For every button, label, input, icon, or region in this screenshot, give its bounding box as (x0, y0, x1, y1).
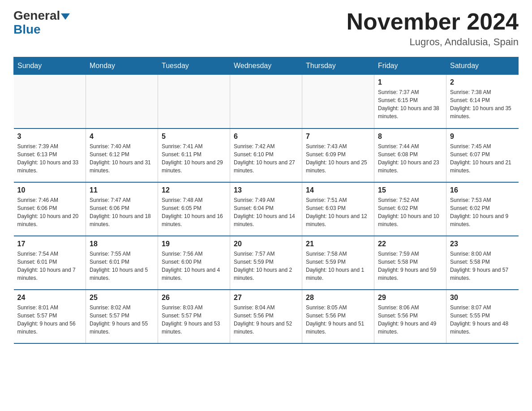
calendar-cell: 2Sunrise: 7:38 AMSunset: 6:14 PMDaylight… (446, 75, 519, 128)
day-number: 4 (90, 133, 154, 141)
day-info: Sunrise: 7:51 AMSunset: 6:03 PMDaylight:… (306, 196, 370, 228)
title-block: November 2024 Lugros, Andalusia, Spain (347, 9, 519, 48)
day-info: Sunrise: 8:07 AMSunset: 5:55 PMDaylight:… (450, 304, 515, 336)
day-info: Sunrise: 8:06 AMSunset: 5:56 PMDaylight:… (378, 304, 442, 336)
day-number: 13 (234, 186, 298, 194)
calendar-table: SundayMondayTuesdayWednesdayThursdayFrid… (13, 57, 519, 344)
calendar-cell: 28Sunrise: 8:05 AMSunset: 5:56 PMDayligh… (302, 290, 374, 343)
weekday-header-thursday: Thursday (302, 57, 374, 75)
calendar-cell: 24Sunrise: 8:01 AMSunset: 5:57 PMDayligh… (14, 290, 86, 343)
day-number: 28 (306, 294, 370, 302)
day-info: Sunrise: 8:02 AMSunset: 5:57 PMDaylight:… (90, 304, 154, 336)
day-info: Sunrise: 7:40 AMSunset: 6:12 PMDaylight:… (90, 142, 154, 175)
calendar-cell: 21Sunrise: 7:58 AMSunset: 5:59 PMDayligh… (302, 236, 374, 290)
day-number: 20 (234, 240, 298, 248)
location-title: Lugros, Andalusia, Spain (347, 36, 519, 48)
day-info: Sunrise: 7:53 AMSunset: 6:02 PMDaylight:… (450, 196, 515, 228)
day-info: Sunrise: 7:59 AMSunset: 5:58 PMDaylight:… (378, 250, 442, 282)
day-number: 5 (162, 133, 226, 141)
calendar-cell: 13Sunrise: 7:49 AMSunset: 6:04 PMDayligh… (230, 182, 302, 236)
day-number: 17 (17, 240, 82, 248)
day-info: Sunrise: 8:04 AMSunset: 5:56 PMDaylight:… (234, 304, 298, 336)
day-number: 8 (378, 133, 442, 141)
day-number: 29 (378, 294, 442, 302)
calendar-cell: 25Sunrise: 8:02 AMSunset: 5:57 PMDayligh… (86, 290, 158, 343)
day-info: Sunrise: 7:49 AMSunset: 6:04 PMDaylight:… (234, 196, 298, 228)
calendar-cell: 8Sunrise: 7:44 AMSunset: 6:08 PMDaylight… (374, 128, 446, 182)
day-info: Sunrise: 7:47 AMSunset: 6:06 PMDaylight:… (90, 196, 154, 228)
day-number: 16 (450, 186, 515, 194)
calendar-cell: 7Sunrise: 7:43 AMSunset: 6:09 PMDaylight… (302, 128, 374, 182)
day-number: 21 (306, 240, 370, 248)
calendar-cell: 26Sunrise: 8:03 AMSunset: 5:57 PMDayligh… (158, 290, 230, 343)
day-number: 23 (450, 240, 515, 248)
week-row-2: 10Sunrise: 7:46 AMSunset: 6:06 PMDayligh… (14, 182, 519, 236)
calendar-cell (86, 75, 158, 128)
calendar-cell (230, 75, 302, 128)
logo-triangle-icon (61, 13, 70, 20)
weekday-header-saturday: Saturday (446, 57, 519, 75)
day-info: Sunrise: 7:38 AMSunset: 6:14 PMDaylight:… (450, 88, 515, 120)
calendar-cell (14, 75, 86, 128)
calendar-cell: 16Sunrise: 7:53 AMSunset: 6:02 PMDayligh… (446, 182, 519, 236)
day-number: 7 (306, 133, 370, 141)
week-row-4: 24Sunrise: 8:01 AMSunset: 5:57 PMDayligh… (14, 290, 519, 343)
day-info: Sunrise: 7:41 AMSunset: 6:11 PMDaylight:… (162, 142, 226, 175)
day-info: Sunrise: 8:03 AMSunset: 5:57 PMDaylight:… (162, 304, 226, 336)
calendar-cell: 29Sunrise: 8:06 AMSunset: 5:56 PMDayligh… (374, 290, 446, 343)
calendar-cell: 14Sunrise: 7:51 AMSunset: 6:03 PMDayligh… (302, 182, 374, 236)
calendar-cell: 12Sunrise: 7:48 AMSunset: 6:05 PMDayligh… (158, 182, 230, 236)
day-number: 14 (306, 186, 370, 194)
calendar-cell: 18Sunrise: 7:55 AMSunset: 6:01 PMDayligh… (86, 236, 158, 290)
logo-general-text: General (13, 9, 60, 22)
day-number: 19 (162, 240, 226, 248)
week-row-0: 1Sunrise: 7:37 AMSunset: 6:15 PMDaylight… (14, 75, 519, 128)
calendar-cell: 15Sunrise: 7:52 AMSunset: 6:02 PMDayligh… (374, 182, 446, 236)
calendar-cell: 20Sunrise: 7:57 AMSunset: 5:59 PMDayligh… (230, 236, 302, 290)
week-row-3: 17Sunrise: 7:54 AMSunset: 6:01 PMDayligh… (14, 236, 519, 290)
weekday-header-sunday: Sunday (14, 57, 86, 75)
day-number: 10 (17, 186, 82, 194)
calendar-cell: 27Sunrise: 8:04 AMSunset: 5:56 PMDayligh… (230, 290, 302, 343)
day-info: Sunrise: 7:42 AMSunset: 6:10 PMDaylight:… (234, 142, 298, 175)
weekday-header-tuesday: Tuesday (158, 57, 230, 75)
day-info: Sunrise: 7:56 AMSunset: 6:00 PMDaylight:… (162, 250, 226, 282)
calendar-cell: 4Sunrise: 7:40 AMSunset: 6:12 PMDaylight… (86, 128, 158, 182)
week-row-1: 3Sunrise: 7:39 AMSunset: 6:13 PMDaylight… (14, 128, 519, 182)
calendar-cell: 5Sunrise: 7:41 AMSunset: 6:11 PMDaylight… (158, 128, 230, 182)
calendar-cell (158, 75, 230, 128)
day-number: 18 (90, 240, 154, 248)
weekday-header-row: SundayMondayTuesdayWednesdayThursdayFrid… (14, 57, 519, 75)
day-number: 15 (378, 186, 442, 194)
day-number: 1 (378, 78, 442, 86)
calendar-cell: 11Sunrise: 7:47 AMSunset: 6:06 PMDayligh… (86, 182, 158, 236)
day-number: 2 (450, 78, 515, 86)
day-info: Sunrise: 7:48 AMSunset: 6:05 PMDaylight:… (162, 196, 226, 228)
calendar-cell: 19Sunrise: 7:56 AMSunset: 6:00 PMDayligh… (158, 236, 230, 290)
day-info: Sunrise: 7:39 AMSunset: 6:13 PMDaylight:… (17, 142, 82, 175)
day-info: Sunrise: 7:45 AMSunset: 6:07 PMDaylight:… (450, 142, 515, 175)
calendar-cell: 1Sunrise: 7:37 AMSunset: 6:15 PMDaylight… (374, 75, 446, 128)
day-info: Sunrise: 7:57 AMSunset: 5:59 PMDaylight:… (234, 250, 298, 282)
calendar-cell: 17Sunrise: 7:54 AMSunset: 6:01 PMDayligh… (14, 236, 86, 290)
logo: General Blue (13, 9, 70, 37)
day-number: 12 (162, 186, 226, 194)
month-title: November 2024 (347, 9, 519, 34)
day-info: Sunrise: 7:54 AMSunset: 6:01 PMDaylight:… (17, 250, 82, 282)
calendar-cell (302, 75, 374, 128)
day-info: Sunrise: 8:00 AMSunset: 5:58 PMDaylight:… (450, 250, 515, 282)
calendar-cell: 9Sunrise: 7:45 AMSunset: 6:07 PMDaylight… (446, 128, 519, 182)
day-info: Sunrise: 7:55 AMSunset: 6:01 PMDaylight:… (90, 250, 154, 282)
day-info: Sunrise: 8:01 AMSunset: 5:57 PMDaylight:… (17, 304, 82, 336)
day-number: 6 (234, 133, 298, 141)
calendar-cell: 6Sunrise: 7:42 AMSunset: 6:10 PMDaylight… (230, 128, 302, 182)
day-number: 30 (450, 294, 515, 302)
calendar-cell: 10Sunrise: 7:46 AMSunset: 6:06 PMDayligh… (14, 182, 86, 236)
day-number: 25 (90, 294, 154, 302)
day-number: 27 (234, 294, 298, 302)
page-header: General Blue November 2024 Lugros, Andal… (13, 9, 519, 48)
calendar-cell: 30Sunrise: 8:07 AMSunset: 5:55 PMDayligh… (446, 290, 519, 343)
day-number: 11 (90, 186, 154, 194)
day-number: 22 (378, 240, 442, 248)
day-info: Sunrise: 7:46 AMSunset: 6:06 PMDaylight:… (17, 196, 82, 228)
